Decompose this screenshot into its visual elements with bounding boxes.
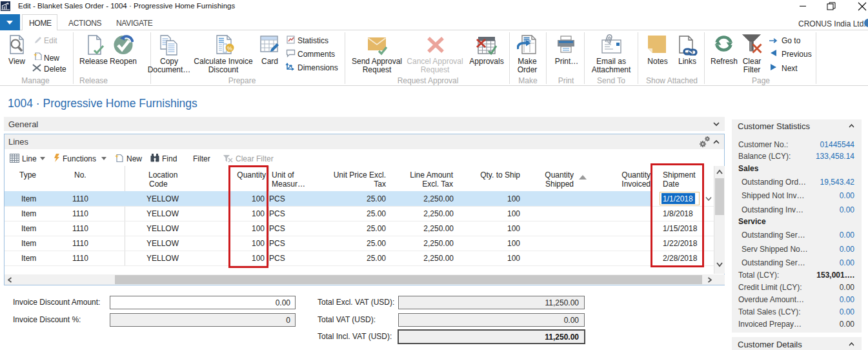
svg-text:%: % (227, 45, 232, 52)
